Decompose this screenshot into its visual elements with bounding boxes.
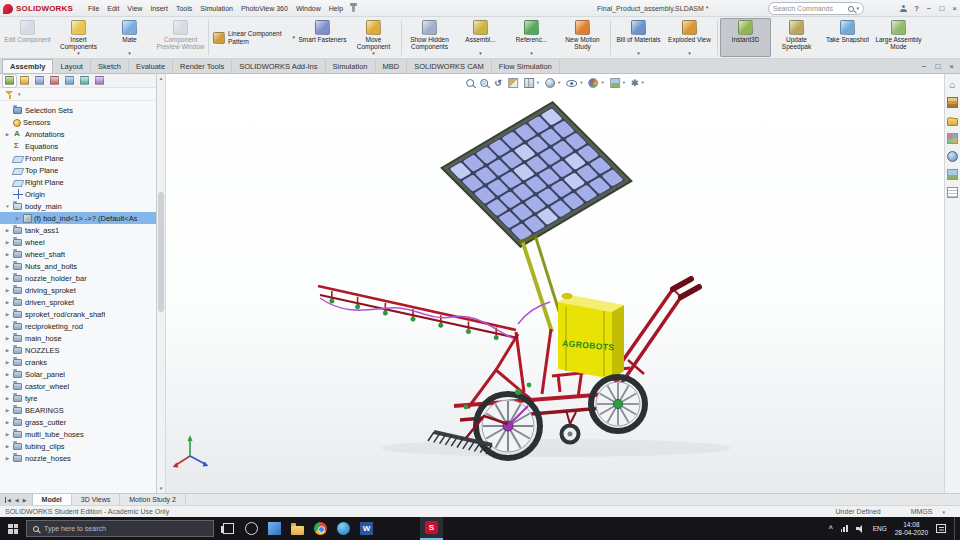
menu-photoview-360[interactable]: PhotoView 360 (237, 0, 292, 17)
units-selector[interactable]: MMGS (911, 508, 933, 515)
model-tab-model[interactable]: Model (33, 494, 72, 505)
taskbar-app-solidworks[interactable] (420, 517, 443, 540)
tree-item-bearings[interactable]: ▶BEARINGS (0, 404, 156, 416)
ribbon-instant3d[interactable]: Instant3D (720, 18, 771, 57)
tree-item-tyre[interactable]: ▶tyre (0, 392, 156, 404)
expand-arrow-icon[interactable]: ▶ (14, 216, 21, 221)
expand-arrow-icon[interactable]: ▶ (4, 228, 11, 233)
pin-icon[interactable] (352, 5, 355, 12)
apply-scene-icon[interactable] (610, 78, 620, 88)
action-center-icon[interactable] (936, 524, 946, 533)
panel-tab-cam-feature-tree[interactable] (78, 75, 91, 87)
tree-item-main-hose[interactable]: ▶main_hose (0, 332, 156, 344)
tab-flow-simulation[interactable]: Flow Simulation (492, 59, 560, 73)
document-close-button[interactable]: × (949, 58, 954, 75)
tab-sketch[interactable]: Sketch (91, 59, 129, 73)
expand-arrow-icon[interactable]: ▶ (4, 240, 11, 245)
tree-item-f-bod-ind-1-default-as[interactable]: ▶(f) bod_ind<1> ->? (Default<As (0, 212, 156, 224)
scroll-down-icon[interactable]: ▼ (157, 484, 165, 493)
section-view-icon[interactable] (508, 78, 518, 88)
tab-mbd[interactable]: MBD (376, 59, 408, 73)
file-explorer-icon[interactable] (947, 118, 958, 126)
tank[interactable]: AGROBOTS (558, 294, 624, 380)
taskbar-app-chrome[interactable] (309, 517, 332, 540)
ribbon-move-component[interactable]: Move Component▾ (348, 18, 399, 57)
document-restore-button[interactable]: □ (935, 58, 940, 75)
ribbon-insert-components[interactable]: Insert Components▾ (53, 18, 104, 57)
tree-item-nuts-and-bolts[interactable]: ▶Nuts_and_bolts (0, 260, 156, 272)
filter-icon[interactable] (5, 90, 14, 99)
expand-arrow-icon[interactable]: ▶ (4, 276, 11, 281)
tree-item-sensors[interactable]: Sensors (0, 116, 156, 128)
expand-arrow-icon[interactable]: ▶ (4, 300, 11, 305)
menu-tools[interactable]: Tools (172, 0, 196, 17)
expand-arrow-icon[interactable]: ▶ (4, 252, 11, 257)
tray-expand-icon[interactable]: ^ (829, 525, 833, 532)
tree-item-selection-sets[interactable]: Selection Sets (0, 104, 156, 116)
command-search[interactable]: ▾ (768, 2, 864, 15)
hide-show-items-icon[interactable] (566, 80, 577, 87)
ribbon-new-motion-study[interactable]: New Motion Study (557, 18, 608, 57)
rear-wheel[interactable] (591, 377, 645, 431)
menu-edit[interactable]: Edit (103, 0, 123, 17)
tree-item-solar-panel[interactable]: ▶Solar_panel (0, 368, 156, 380)
expand-arrow-icon[interactable]: ▶ (4, 432, 11, 437)
ribbon-show-hidden-components[interactable]: Show Hidden Components (404, 18, 455, 57)
expand-arrow-icon[interactable]: ▶ (4, 336, 11, 341)
tree-item-reciproketing-rod[interactable]: ▶reciproketing_rod (0, 320, 156, 332)
chevron-down-icon[interactable]: ▾ (18, 91, 21, 97)
zoom-area-icon[interactable] (480, 79, 488, 87)
expand-arrow-icon[interactable]: ▶ (4, 372, 11, 377)
tree-item-multi-tube-hoses[interactable]: ▶multi_tube_hoses (0, 428, 156, 440)
panel-tab-feature-manager[interactable] (3, 75, 16, 87)
prev-tab-button[interactable]: ◀ (15, 497, 19, 503)
tree-item-sproket-rod-crank-shaft[interactable]: ▶sproket_rod/crank_shaft (0, 308, 156, 320)
display-style-icon[interactable] (545, 78, 555, 88)
ribbon-referenc[interactable]: Referenc...▾ (506, 18, 557, 57)
design-library-icon[interactable] (947, 97, 958, 108)
network-icon[interactable] (841, 525, 848, 532)
custom-properties-icon[interactable] (947, 187, 958, 198)
panel-tab-property-manager[interactable] (18, 75, 31, 87)
expand-arrow-icon[interactable]: ▶ (4, 348, 11, 353)
show-desktop-button[interactable] (954, 517, 958, 540)
appearances-icon[interactable] (947, 151, 958, 162)
chevron-down-icon[interactable]: ▾ (537, 80, 539, 85)
tree-item-right-plane[interactable]: Right Plane (0, 176, 156, 188)
first-tab-button[interactable]: ◀ (5, 497, 11, 503)
taskbar-app-photos[interactable] (263, 517, 286, 540)
command-search-input[interactable] (773, 5, 846, 12)
expand-arrow-icon[interactable]: ▶ (4, 264, 11, 269)
help-icon[interactable]: ? (915, 5, 919, 12)
expand-arrow-icon[interactable]: ▶ (4, 324, 11, 329)
collapse-arrow-icon[interactable]: ▼ (4, 204, 11, 209)
taskbar-app-edge[interactable] (332, 517, 355, 540)
menu-insert[interactable]: Insert (146, 0, 172, 17)
expand-arrow-icon[interactable]: ▶ (4, 456, 11, 461)
chevron-down-icon[interactable]: ▾ (580, 80, 582, 85)
ribbon-update-speedpak[interactable]: Update Speedpak (771, 18, 822, 57)
tab-layout[interactable]: Layout (53, 59, 91, 73)
view-settings-icon[interactable]: ✻ (631, 78, 639, 88)
expand-arrow-icon[interactable]: ▶ (4, 408, 11, 413)
model-tab-motion-study-2[interactable]: Motion Study 2 (120, 494, 186, 505)
model-tab-3d-views[interactable]: 3D Views (72, 494, 120, 505)
ribbon-smart-fasteners[interactable]: Smart Fasteners (297, 18, 348, 57)
expand-arrow-icon[interactable]: ▶ (4, 396, 11, 401)
ribbon-exploded-view[interactable]: Exploded View▾ (664, 18, 715, 57)
chevron-down-icon[interactable]: ▾ (856, 2, 859, 15)
tab-evaluate[interactable]: Evaluate (129, 59, 173, 73)
assembly-3d-model[interactable]: AGROBOTS (166, 74, 944, 493)
close-button[interactable]: × (952, 0, 957, 17)
tree-item-nozzles[interactable]: ▶NOZZLES (0, 344, 156, 356)
zoom-fit-icon[interactable] (466, 79, 474, 87)
scenes-icon[interactable] (947, 169, 958, 180)
taskbar-app-cortana[interactable] (240, 517, 263, 540)
chevron-down-icon[interactable]: ▾ (623, 80, 625, 85)
spray-boom[interactable] (318, 286, 550, 340)
ribbon-bill-of-materials[interactable]: Bill of Materials▾ (613, 18, 664, 57)
tab-assembly[interactable]: Assembly (2, 59, 53, 73)
tree-item-origin[interactable]: Origin (0, 188, 156, 200)
expand-arrow-icon[interactable]: ▶ (4, 384, 11, 389)
tree-item-driving-sproket[interactable]: ▶driving_sproket (0, 284, 156, 296)
